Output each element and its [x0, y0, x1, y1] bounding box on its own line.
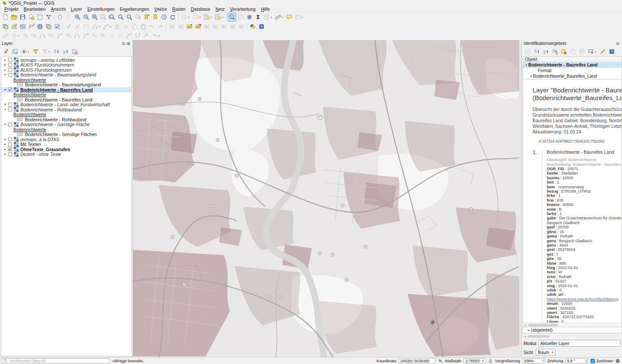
legend-group-label[interactable]: Bodenrichtwerte	[1, 127, 131, 132]
layer-capabilities-icon[interactable]	[53, 22, 61, 31]
magnifier-input[interactable]	[523, 359, 542, 363]
menu-item-netz[interactable]: Netz	[213, 6, 228, 12]
collapse-all-icon[interactable]	[61, 47, 70, 56]
toggle-display-labels-icon[interactable]: abc	[194, 22, 202, 31]
zoom-out-icon[interactable]	[82, 13, 90, 22]
select-by-value-icon[interactable]	[213, 13, 225, 22]
python-console-icon[interactable]	[248, 22, 257, 31]
pan-map-icon[interactable]	[56, 13, 64, 22]
coordinate-input[interactable]	[399, 358, 436, 364]
filter-legend-icon[interactable]	[31, 47, 40, 56]
layer-item[interactable]: ▸Mit Texten	[1, 142, 131, 147]
new-bookmark-icon[interactable]	[142, 13, 151, 22]
detail-horizontal-scrollbar[interactable]: ◂	[523, 323, 622, 327]
clear-results-icon[interactable]	[559, 47, 568, 56]
add-vector-layer-icon[interactable]	[10, 22, 18, 31]
select-by-form-icon[interactable]	[202, 13, 213, 22]
legend-group-label[interactable]: Bodenrichtwerte	[1, 77, 131, 82]
scrollbar-thumb[interactable]	[528, 335, 549, 338]
save-project-as-icon[interactable]	[27, 13, 35, 22]
zoom-in-icon[interactable]	[73, 13, 82, 22]
statistical-summary-icon[interactable]: Σ	[254, 13, 262, 22]
layer-visibility-checkbox[interactable]	[8, 103, 12, 107]
legend-swatch-row[interactable]: Bodenrichtwerte - Baureifes Land	[1, 97, 131, 102]
identify-mode-icon[interactable]	[587, 47, 598, 56]
new-geopackage-layer-icon[interactable]	[35, 22, 44, 31]
layer-item[interactable]: ▸Dezent - ohne Texte	[1, 152, 131, 157]
tree-horizontal-scrollbar[interactable]: ◂	[523, 334, 622, 338]
zoom-full-icon[interactable]	[90, 13, 99, 22]
layer-visibility-checkbox[interactable]	[8, 152, 12, 156]
zoom-native-icon[interactable]	[116, 13, 125, 22]
expand-arrow-icon[interactable]: ▸	[3, 152, 7, 156]
rotation-input[interactable]	[566, 359, 585, 363]
map-canvas[interactable]	[133, 40, 522, 357]
expand-arrow-icon[interactable]: ▾	[3, 108, 7, 111]
layer-visibility-checkbox[interactable]: ✔	[8, 88, 12, 92]
manage-map-themes-icon[interactable]	[19, 47, 31, 56]
expand-arrow-icon[interactable]: ▾	[524, 63, 528, 67]
scale-combobox[interactable]: 1:76093 ▾	[463, 358, 486, 364]
identify-help-icon[interactable]: ?	[607, 47, 616, 56]
menu-item-raster[interactable]: Raster	[170, 6, 188, 12]
layers-panel-float-icon[interactable]: ⊟	[121, 41, 126, 46]
layer-item[interactable]: ▾Bodenrichtwerte - Bauerwartungsland	[1, 73, 131, 78]
expand-arrow-icon[interactable]: ▾	[3, 103, 7, 106]
menu-item-database[interactable]: Database	[188, 6, 213, 12]
identify-tree-row[interactable]: ▾Bodenrichtwerte_Baureifes_Land	[523, 73, 622, 79]
menu-item-ansicht[interactable]: Ansicht	[48, 6, 68, 12]
help-contents-icon[interactable]: ?	[257, 22, 266, 31]
menu-item-layer[interactable]: Layer	[68, 6, 85, 12]
magnifier-spinner[interactable]: ▴▾	[522, 358, 545, 364]
identify-features-icon[interactable]: i	[228, 13, 236, 22]
legend-swatch-row[interactable]: Bodenrichtwerte - Bauerwartungsland	[1, 82, 131, 88]
derived-attributes-row[interactable]: ▸ (abgeleitet)	[523, 327, 622, 333]
expand-new-results-icon[interactable]	[550, 47, 559, 56]
menu-item-erweiterungen[interactable]: Erweiterungen	[117, 6, 152, 12]
menu-item-hilfe[interactable]: Hilfe	[258, 6, 273, 12]
menu-item-projekt[interactable]: Projekt	[2, 6, 21, 12]
add-raster-layer-icon[interactable]	[18, 22, 27, 31]
layer-item[interactable]: ▾onmaps, à la DTK5	[1, 137, 131, 142]
expand-arrow-icon[interactable]: ▸	[527, 329, 531, 332]
layer-item[interactable]: ▾✔Bodenrichtwerte - Baureifes Land	[1, 87, 131, 92]
legend-group-label[interactable]: Bodenrichtwerte	[1, 112, 131, 117]
menu-item-verarbeitung[interactable]: Verarbeitung	[227, 6, 258, 12]
scrollbar-thumb[interactable]	[528, 324, 559, 326]
save-project-icon[interactable]	[18, 13, 27, 22]
expand-arrow-icon[interactable]: ▸	[3, 148, 7, 151]
new-shapefile-layer-icon[interactable]	[27, 22, 35, 31]
style-manager-icon[interactable]	[44, 13, 53, 22]
menu-item-vektor[interactable]: Vektor	[152, 6, 170, 12]
lock-icon[interactable]	[488, 358, 493, 363]
temporal-controller-icon[interactable]	[159, 13, 168, 22]
map-tips-icon[interactable]	[285, 13, 293, 22]
legend-group-label[interactable]: Bodenrichtwerte	[1, 92, 131, 98]
modus-combobox[interactable]: Aktueller Layer	[538, 340, 621, 347]
spinner-arrows-icon[interactable]: ▴▾	[542, 359, 545, 363]
layer-item[interactable]: ▾Bodenrichtwerte - Sonstige Fläche	[1, 122, 131, 127]
expand-arrow-icon[interactable]: ▾	[3, 123, 7, 126]
measure-icon[interactable]	[273, 13, 285, 22]
new-print-layout-icon[interactable]	[35, 13, 44, 22]
expand-arrow-icon[interactable]: ▸	[3, 142, 7, 146]
layer-visibility-checkbox[interactable]	[8, 68, 12, 72]
identify-tree-row[interactable]: ▾Bodenrichtwerte - Baureifes Land	[523, 62, 622, 68]
legend-swatch-row[interactable]: Bodenrichtwerte - Sonstige Flächen	[1, 132, 131, 137]
expand-arrow-icon[interactable]: ▾	[3, 88, 7, 92]
menu-item-bearbeiten[interactable]: Bearbeiten	[21, 6, 48, 12]
layer-item[interactable]: ▸onmaps - overlay Luftbilder	[1, 57, 131, 63]
rotation-spinner[interactable]: ▴▾	[565, 358, 588, 364]
search-input[interactable]	[9, 358, 108, 364]
layer-visibility-checkbox[interactable]	[8, 73, 12, 77]
layer-visibility-checkbox[interactable]	[8, 108, 12, 111]
expand-arrow-icon[interactable]: ▾	[529, 75, 533, 78]
layer-item[interactable]: ▾Bodenrichtwerte - Land- oder Forstwirts…	[1, 102, 131, 108]
scroll-left-icon[interactable]: ◂	[523, 335, 527, 338]
layer-visibility-checkbox[interactable]	[8, 63, 12, 67]
render-checkbox-row[interactable]: Zeichnen	[590, 358, 613, 363]
expand-arrow-icon[interactable]: ▸	[3, 68, 7, 72]
add-group-icon[interactable]	[10, 47, 19, 56]
identify-settings-icon[interactable]	[598, 47, 607, 56]
processing-toolbox-icon[interactable]	[245, 13, 254, 22]
